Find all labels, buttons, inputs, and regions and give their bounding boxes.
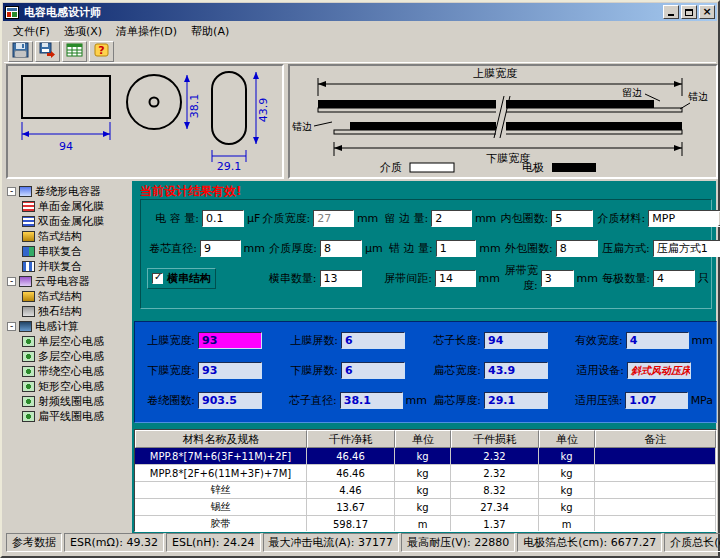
input-field[interactable]: 0.1 — [202, 210, 244, 227]
result-field[interactable]: 38.1 — [340, 392, 403, 409]
result-field[interactable]: 903.5 — [198, 392, 262, 409]
table-row[interactable]: MPP.8*[2F+6(11M+3F)+7M]46.46kg2.32kg — [135, 465, 716, 482]
result-cell: 芯子长度:94 — [427, 332, 570, 349]
tree-expander-icon[interactable]: - — [7, 322, 16, 331]
result-cell: 卷绕圈数:903.5 — [141, 392, 284, 409]
input-field[interactable]: 3 — [541, 270, 574, 287]
tree-item[interactable]: 箔式结构 — [4, 289, 132, 304]
result-field[interactable]: 斜式风动压床 — [627, 362, 691, 379]
tree-item-label: 多层空心电感 — [38, 349, 104, 364]
menu-item[interactable]: 选项(X) — [57, 23, 109, 40]
tree-item[interactable]: -云母电容器 — [4, 274, 132, 289]
tree-item-label: 射频线圈电感 — [38, 394, 104, 409]
result-field[interactable]: 94 — [484, 332, 548, 349]
coil-icon — [22, 381, 35, 392]
result-label: 芯子直径: — [284, 393, 337, 408]
result-field[interactable]: 1.07 — [625, 392, 687, 409]
input-field[interactable]: 9 — [200, 240, 241, 257]
coil-icon — [22, 336, 35, 347]
table-row[interactable]: MPP.8*[7M+6(3F+11M)+2F]46.46kg2.32kg — [135, 448, 716, 465]
result-field[interactable]: 6 — [341, 362, 405, 379]
input-field[interactable]: 13 — [320, 270, 362, 287]
unit-label: mm — [479, 242, 500, 255]
minimize-button[interactable] — [663, 5, 679, 19]
dielectric-legend-label: 介质 — [379, 161, 402, 174]
input-cell: 屏带宽度:3mm — [500, 263, 598, 293]
tree-item[interactable]: 单面金属化膜 — [4, 199, 132, 214]
unit-label: μF — [247, 212, 260, 225]
close-button[interactable]: × — [699, 5, 715, 19]
field-label: 屏带宽度: — [500, 263, 538, 293]
unit-label: mm — [406, 394, 427, 407]
coil-icon — [22, 351, 35, 362]
maximize-button[interactable] — [681, 5, 697, 19]
table-cell: m — [395, 516, 451, 532]
dropdown-field[interactable]: MPP▼ — [648, 210, 720, 227]
tree-expander-icon[interactable]: - — [7, 187, 16, 196]
input-field[interactable]: 5 — [551, 210, 593, 227]
field-label: 内包圈数: — [496, 211, 548, 226]
tree-item[interactable]: -电感计算 — [4, 319, 132, 334]
table-row[interactable]: 胶带598.17m1.37m — [135, 516, 716, 532]
input-cell: 外包圈数:8 — [501, 240, 598, 257]
result-label: 下膜宽度: — [141, 363, 195, 378]
status-segment: 电极箔总长(cm): 6677.27 — [517, 533, 662, 552]
result-field[interactable]: 93 — [198, 362, 262, 379]
tree-item[interactable]: 并联复合 — [4, 259, 132, 274]
tree-item[interactable]: 独石结构 — [4, 304, 132, 319]
floppy-export-icon — [39, 42, 56, 61]
result-field[interactable]: 4 — [626, 332, 689, 349]
save-button[interactable] — [8, 41, 33, 62]
series-structure-checkbox[interactable] — [152, 273, 163, 284]
input-field[interactable]: 8 — [556, 240, 598, 257]
menu-item[interactable]: 文件(F) — [6, 23, 57, 40]
tree-item[interactable]: 双面金属化膜 — [4, 214, 132, 229]
spreadsheet-button[interactable] — [62, 41, 87, 62]
table-row[interactable]: 锡丝13.67kg27.34kg — [135, 499, 716, 516]
input-cell: 介质材料:MPP▼ — [593, 210, 720, 227]
result-cell: 下膜屏数:6 — [284, 362, 427, 379]
field-label: 横串数量: — [265, 271, 317, 286]
menu-item[interactable]: 帮助(A) — [184, 23, 236, 40]
unit-label: μm — [365, 242, 383, 255]
tree-item[interactable]: -卷绕形电容器 — [4, 184, 132, 199]
tree-item[interactable]: 扁平线圈电感 — [4, 409, 132, 424]
result-field[interactable]: 29.1 — [484, 392, 548, 409]
result-cell: 上膜宽度:93 — [141, 332, 284, 349]
status-segment: 最大冲击电流(A): 37177 — [263, 533, 399, 552]
input-field[interactable]: 14 — [435, 270, 476, 287]
result-field[interactable]: 43.9 — [484, 362, 548, 379]
foil-icon — [22, 291, 35, 302]
tree-expander-icon[interactable]: - — [7, 277, 16, 286]
tree-item[interactable]: 箔式结构 — [4, 229, 132, 244]
tree-item[interactable]: 射频线圈电感 — [4, 394, 132, 409]
input-field[interactable]: 8 — [320, 240, 362, 257]
input-field[interactable]: 4 — [653, 270, 695, 287]
menu-item[interactable]: 清单操作(D) — [109, 23, 184, 40]
result-label: 扁芯厚度: — [427, 393, 481, 408]
result-field[interactable]: 93 — [198, 332, 262, 349]
tree-item[interactable]: 矩形空心电感 — [4, 379, 132, 394]
result-label: 有效宽度: — [570, 333, 623, 348]
table-row[interactable]: 锌丝4.46kg8.32kg — [135, 482, 716, 499]
export-button[interactable] — [35, 41, 60, 62]
help-button[interactable]: ? — [89, 41, 114, 62]
parallel-icon — [22, 261, 35, 272]
input-cell: 横串结构 — [147, 268, 265, 289]
input-field[interactable]: 2 — [431, 210, 472, 227]
tree-item[interactable]: 带绕空心电感 — [4, 364, 132, 379]
checkbox-label: 横串结构 — [167, 271, 211, 286]
tree-item[interactable]: 多层空心电感 — [4, 349, 132, 364]
table-header-cell: 备注 — [595, 430, 716, 448]
input-field[interactable]: 1 — [436, 240, 477, 257]
tree-item[interactable]: 串联复合 — [4, 244, 132, 259]
result-field[interactable]: 6 — [341, 332, 405, 349]
status-segment: ESR(mΩ): 49.32 — [64, 533, 164, 552]
result-cell: 扁芯厚度:29.1 — [427, 392, 570, 409]
tree-item-label: 单层空心电感 — [38, 334, 104, 349]
input-field[interactable]: 27 — [313, 210, 354, 227]
dropdown-field[interactable]: 压扁方式1▼ — [653, 240, 720, 257]
floppy-icon — [12, 42, 29, 61]
tree-item[interactable]: 单层空心电感 — [4, 334, 132, 349]
tree-item-label: 卷绕形电容器 — [35, 184, 101, 199]
